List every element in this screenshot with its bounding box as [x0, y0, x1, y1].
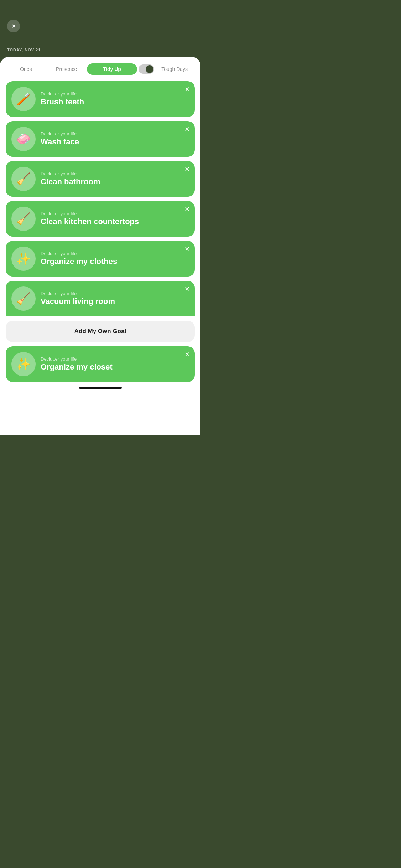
task-icon-vacuum: 🧹 — [11, 286, 36, 311]
home-indicator — [79, 387, 122, 389]
tab-presence[interactable]: Presence — [46, 63, 87, 75]
tidy-up-toggle[interactable] — [139, 64, 154, 74]
task-icon-organize-clothes: ✨ — [11, 247, 36, 271]
task-title: Brush teeth — [41, 97, 189, 107]
task-remove-button[interactable]: ✕ — [184, 86, 190, 93]
task-remove-button[interactable]: ✕ — [184, 166, 190, 172]
date-label: TODAY, NOV 21 — [7, 48, 41, 52]
task-card: 🧹 Declutter your life Clean kitchen coun… — [6, 201, 195, 237]
task-remove-button[interactable]: ✕ — [184, 126, 190, 133]
task-category: Declutter your life — [41, 131, 189, 136]
task-title: Organize my closet — [41, 362, 189, 372]
task-icon-organize-closet: ✨ — [11, 352, 36, 376]
task-title: Vacuum living room — [41, 297, 189, 306]
task-icon-clean-kitchen: 🧹 — [11, 207, 36, 231]
task-title: Clean kitchen countertops — [41, 217, 189, 226]
task-icon-brush-teeth: 🪥 — [11, 87, 36, 111]
task-card: ✨ Declutter your life Organize my clothe… — [6, 241, 195, 277]
task-category: Declutter your life — [41, 91, 189, 97]
task-remove-button[interactable]: ✕ — [184, 246, 190, 252]
task-icon-clean-bathroom: 🧹 — [11, 167, 36, 191]
tab-bar: Ones Presence Tidy Up Tough Days — [0, 57, 200, 78]
modal: Ones Presence Tidy Up Tough Days 🪥 Declu… — [0, 57, 200, 435]
close-icon: ✕ — [11, 23, 16, 30]
background-area: ✕ TODAY, NOV 21 — [0, 0, 200, 57]
task-category: Declutter your life — [41, 211, 189, 216]
task-category: Declutter your life — [41, 291, 189, 296]
task-card: 🪥 Declutter your life Brush teeth ✕ — [6, 81, 195, 117]
task-card: 🧹 Declutter your life Vacuum living room… — [6, 281, 195, 316]
task-remove-button[interactable]: ✕ — [184, 286, 190, 292]
task-icon-wash-face: 🧼 — [11, 127, 36, 151]
task-remove-button[interactable]: ✕ — [184, 206, 190, 212]
tab-ones[interactable]: Ones — [6, 63, 46, 75]
task-title: Clean bathroom — [41, 177, 189, 186]
add-goal-button[interactable]: Add My Own Goal — [6, 321, 195, 342]
close-button[interactable]: ✕ — [7, 20, 20, 32]
tab-tough-days[interactable]: Tough Days — [154, 63, 195, 75]
task-card: 🧹 Declutter your life Clean bathroom ✕ — [6, 161, 195, 197]
task-list: 🪥 Declutter your life Brush teeth ✕ 🧼 De… — [0, 78, 200, 319]
task-title: Wash face — [41, 137, 189, 146]
task-card: 🧼 Declutter your life Wash face ✕ — [6, 121, 195, 157]
task-card: ✨ Declutter your life Organize my closet… — [6, 346, 195, 382]
task-category: Declutter your life — [41, 251, 189, 256]
tab-tidy-up[interactable]: Tidy Up — [87, 63, 137, 75]
task-remove-button[interactable]: ✕ — [184, 351, 190, 358]
task-category: Declutter your life — [41, 356, 189, 362]
toggle-container — [139, 64, 154, 74]
task-category: Declutter your life — [41, 171, 189, 176]
task-title: Organize my clothes — [41, 257, 189, 266]
